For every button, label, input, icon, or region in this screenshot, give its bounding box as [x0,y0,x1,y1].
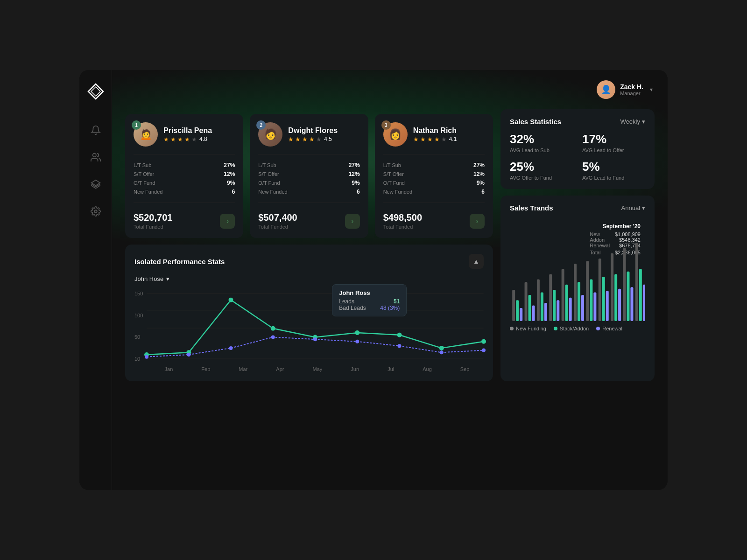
stars-1: ★★★★★ 4.8 [163,136,212,143]
card-footer-1: $520,701 Total Funded › [134,212,235,230]
svg-rect-43 [578,282,580,321]
chart-legend: New Funding Stack/Addon Renewal [510,326,645,331]
tooltip-leads-label: Leads [339,298,354,305]
svg-rect-47 [593,293,596,321]
svg-rect-40 [565,285,568,321]
stat-block-1: 17% AVG Lead to Offer [582,132,645,153]
svg-rect-54 [623,248,626,321]
legend-dot-renewal [596,327,600,330]
settings-icon[interactable] [90,205,102,217]
tooltip-bad-leads-value: 48 (3%) [380,305,400,311]
performer-name-1: Priscilla Pena [163,126,212,135]
svg-point-12 [271,326,275,331]
svg-point-19 [187,353,191,357]
user-avatar: 👤 [597,80,615,99]
svg-rect-31 [529,295,531,321]
bar-chart [510,228,645,321]
rank-avatar-2: 2 🧑 [258,122,282,147]
svg-rect-55 [627,272,629,321]
chart-tooltip: John Ross Leads 51 Bad Leads 48 (3%) [332,284,407,316]
svg-point-14 [355,330,360,335]
sales-trends-title: Sales Trands [510,204,553,212]
svg-rect-48 [599,259,601,321]
performance-panel: Isolated Performance Stats ▲ John Rose ▾… [125,245,493,381]
person-selector[interactable]: John Rose ▾ [134,275,484,282]
svg-rect-34 [541,293,543,321]
svg-point-17 [481,339,486,344]
svg-rect-58 [639,269,642,321]
card-name-section-3: Nathan Rich ★★★★★ 4.1 [413,126,457,143]
card-stats-2: L/T Sub27% S/T Offer12% O/T Fund9% New F… [258,162,359,195]
perf-header: Isolated Performance Stats ▲ [134,254,484,269]
rank-badge-1: 1 [132,120,141,130]
svg-marker-1 [91,87,100,96]
svg-point-24 [398,344,402,348]
user-menu[interactable]: 👤 Zack H. Manager ▾ [597,80,653,99]
svg-point-18 [145,355,148,359]
performer-card-1: 1 🙍 Priscilla Pena ★★★★★ 4.8 [125,114,243,238]
performer-card-3: 3 👩 Nathan Rich ★★★★★ 4.1 [375,114,493,238]
stat-block-0: 32% AVG Lead to Sub [510,132,573,153]
dropdown-chevron: ▾ [642,118,645,125]
svg-rect-38 [557,300,559,321]
legend-renewal: Renewal [596,326,622,331]
legend-dot-addon [554,327,557,330]
svg-rect-41 [569,298,572,321]
card-name-section-1: Priscilla Pena ★★★★★ 4.8 [163,126,212,143]
stat-block-3: 5% AVG Lead to Fund [582,160,645,181]
line-chart [147,289,484,364]
selected-person: John Rose [134,275,163,282]
svg-rect-30 [525,282,528,321]
card-arrow-1[interactable]: › [220,214,235,229]
tooltip-leads-value: 51 [394,298,400,305]
svg-point-20 [229,346,233,350]
user-role: Manager [620,91,643,96]
period-dropdown[interactable]: Weekly ▾ [620,118,645,125]
card-header-1: 1 🙍 Priscilla Pena ★★★★★ 4.8 [134,122,235,147]
svg-rect-39 [562,269,564,321]
svg-rect-50 [606,291,609,321]
card-header-3: 3 👩 Nathan Rich ★★★★★ 4.1 [383,122,485,147]
stars-2: ★★★★★ 4.5 [288,136,338,143]
svg-rect-33 [537,280,540,321]
svg-point-23 [356,340,359,343]
user-details: Zack H. Manager [620,83,643,96]
card-stats-1: L/T Sub27% S/T Offer12% O/T Fund9% New F… [134,162,235,195]
stats-grid: 32% AVG Lead to Sub 17% AVG Lead to Offe… [510,132,645,181]
svg-rect-45 [586,261,589,321]
stat-block-2: 25% AVG Offer to Fund [510,160,573,181]
logo[interactable] [87,83,104,100]
sales-stats-title: Sales Statistics [510,118,561,126]
bell-icon[interactable] [90,124,102,136]
svg-rect-51 [611,253,613,321]
svg-point-4 [94,210,97,213]
svg-marker-0 [88,84,103,99]
svg-rect-49 [602,277,605,321]
sales-stats-card: Sales Statistics Weekly ▾ 32% AVG Lead t… [500,109,655,189]
main-content: 👤 Zack H. Manager ▾ 1 [112,70,668,490]
legend-dot-new [510,327,514,330]
performer-name-2: Dwight Flores [288,126,338,135]
rank-avatar-1: 1 🙍 [134,122,158,147]
svg-rect-32 [532,305,535,321]
card-arrow-2[interactable]: › [345,214,360,229]
svg-rect-42 [574,264,577,321]
sales-trends-card: Sales Trands Annual ▾ September '20 New$… [500,196,655,381]
svg-point-26 [482,349,486,352]
svg-rect-53 [618,289,621,321]
perf-title: Isolated Performance Stats [134,258,225,266]
performer-name-3: Nathan Rich [413,126,457,135]
users-icon[interactable] [90,151,102,163]
performer-card-2: 2 🧑 Dwight Flores ★★★★★ 4.5 [250,114,368,238]
layers-icon[interactable] [90,178,102,190]
rank-badge-3: 3 [381,120,391,130]
svg-rect-36 [549,274,552,321]
trends-period-dropdown[interactable]: Annual ▾ [621,204,645,211]
stars-3: ★★★★★ 4.1 [413,136,457,143]
card-header-2: 2 🧑 Dwight Flores ★★★★★ 4.5 [258,122,359,147]
collapse-button[interactable]: ▲ [469,254,484,269]
card-arrow-3[interactable]: › [470,214,485,229]
svg-rect-35 [544,303,547,321]
svg-point-2 [92,154,96,157]
right-panel: Sales Statistics Weekly ▾ 32% AVG Lead t… [500,109,655,381]
